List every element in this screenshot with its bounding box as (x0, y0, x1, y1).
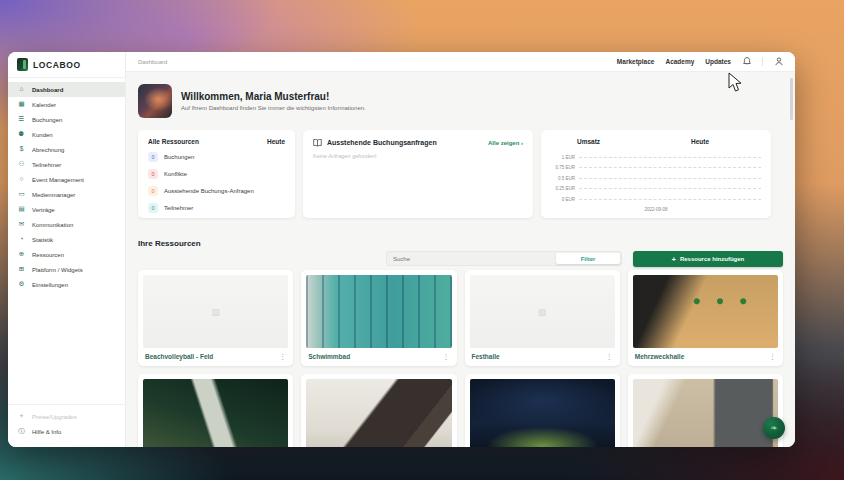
kebab-menu-icon[interactable]: ⋮ (769, 353, 776, 360)
count-badge: 0 (148, 203, 158, 213)
sidebar-item-kunden[interactable]: ⚉ Kunden (8, 127, 125, 142)
count-badge: 0 (148, 186, 158, 196)
y-tick: 0 EUR (551, 197, 579, 202)
sidebar-item-label: Hilfe & Info (32, 429, 61, 435)
topbar-divider (762, 57, 763, 66)
sidebar-item-abrechnung[interactable]: $ Abrechnung (8, 142, 125, 157)
add-resource-label: Ressource hinzufügen (680, 256, 744, 262)
resource-card-festhalle[interactable]: Festhalle ⋮ (465, 270, 620, 366)
sidebar-item-teilnehmer[interactable]: ⚇ Teilnehmer (8, 157, 125, 172)
media-icon: ▭ (17, 191, 26, 198)
search-input[interactable] (387, 256, 537, 262)
sidebar-item-kalender[interactable]: ▦ Kalender (8, 97, 125, 112)
resource-name: Festhalle (472, 353, 500, 360)
statistics-icon: ◔ (17, 236, 26, 243)
scrollbar-thumb[interactable] (790, 78, 793, 120)
chat-fab-button[interactable]: ❧ (763, 417, 785, 439)
sidebar-item-ressourcen[interactable]: ⊕ Ressourcen (8, 247, 125, 262)
welcome-title: Willkommen, Maria Musterfrau! (181, 91, 366, 102)
sidebar-item-plattform-widgets[interactable]: ⊞ Plattform / Widgets (8, 262, 125, 277)
resource-name: Mehrzweckhalle (635, 353, 685, 360)
resource-card[interactable] (138, 374, 293, 447)
sidebar-item-event-management[interactable]: ○ Event Management (8, 172, 125, 187)
sidebar-item-label: Teilnehmer (32, 162, 61, 168)
sidebar-item-buchungen[interactable]: ☰ Buchungen (8, 112, 125, 127)
avatar (138, 84, 172, 118)
resource-card-beachvolleyball[interactable]: Beachvolleyball - Feld ⋮ (138, 270, 293, 366)
sidebar-item-label: Verträge (32, 207, 55, 213)
calendar-icon: ▦ (17, 101, 26, 108)
sidebar-item-label: Dashboard (32, 87, 63, 93)
event-icon: ○ (17, 176, 26, 183)
summary-item-anfragen[interactable]: 0 Ausstehende Buchungs-Anfragen (148, 186, 285, 196)
summary-cards-row: Alle Ressourcen Heute 0 Buchungen 0 Konf… (138, 130, 783, 218)
plus-icon: + (672, 256, 676, 263)
sidebar-item-medienmanager[interactable]: ▭ Medienmanager (8, 187, 125, 202)
breadcrumb: Dashboard (138, 59, 167, 65)
summary-label: Buchungen (164, 154, 194, 160)
widgets-icon: ⊞ (17, 266, 26, 273)
summary-label: Ausstehende Buchungs-Anfragen (164, 188, 254, 194)
chat-icon: ❧ (770, 424, 778, 433)
sidebar-item-vertraege[interactable]: ▤ Verträge (8, 202, 125, 217)
kebab-menu-icon[interactable]: ⋮ (279, 353, 286, 360)
sidebar-item-hilfe-info[interactable]: ⓘ Hilfe & Info (8, 424, 125, 439)
sidebar-item-label: Kunden (32, 132, 53, 138)
sidebar-item-dashboard[interactable]: ⌂ Dashboard (8, 82, 125, 97)
resources-grid-row-2 (138, 374, 783, 447)
resources-controls: Filter + Ressource hinzufügen (138, 251, 783, 267)
kebab-menu-icon[interactable]: ⋮ (443, 353, 450, 360)
card-title: Alle Ressourcen (148, 138, 199, 145)
resource-card[interactable] (301, 374, 456, 447)
y-tick: 0.5 EUR (551, 176, 579, 181)
sidebar-item-label: Abrechnung (32, 147, 64, 153)
sidebar-menu: ⌂ Dashboard ▦ Kalender ☰ Buchungen ⚉ Kun… (8, 78, 125, 292)
resource-card[interactable] (465, 374, 620, 447)
x-tick-date: 2022-09-08 (551, 207, 761, 212)
revenue-card: Umsatz Heute 1 EUR 0.75 EUR 0.5 EUR 0.25… (541, 130, 771, 218)
desktop-background: LOCABOO ⌂ Dashboard ▦ Kalender ☰ Buchung… (0, 0, 844, 480)
resource-card[interactable] (628, 374, 783, 447)
user-icon[interactable] (774, 57, 783, 66)
y-tick: 1 EUR (551, 155, 579, 160)
count-badge: 0 (148, 152, 158, 162)
resource-image-night-garden (143, 379, 288, 447)
resource-image-stadium (470, 379, 615, 447)
summary-item-konflikte[interactable]: 0 Konflikte (148, 169, 285, 179)
summary-label: Konflikte (164, 171, 187, 177)
resource-image-placeholder (143, 275, 288, 348)
updates-link[interactable]: Updates (705, 58, 731, 65)
sidebar-item-label: Preise/Upgrades (32, 414, 77, 420)
customers-icon: ⚉ (17, 131, 26, 138)
add-resource-button[interactable]: + Ressource hinzufügen (633, 251, 783, 267)
show-all-link[interactable]: Alle zeigen › (488, 140, 523, 146)
sidebar-item-label: Einstellungen (32, 282, 68, 288)
resources-section-title: Ihre Ressourcen (138, 239, 783, 248)
resource-image-building (306, 379, 451, 447)
marketplace-link[interactable]: Marketplace (617, 58, 655, 65)
search-box[interactable]: Filter (386, 251, 622, 266)
filter-button[interactable]: Filter (556, 253, 620, 264)
resource-name: Beachvolleyball - Feld (145, 353, 213, 360)
sidebar-item-label: Buchungen (32, 117, 62, 123)
bell-icon[interactable] (742, 57, 751, 66)
sidebar-item-preise-upgrades[interactable]: ✦ Preise/Upgrades (8, 409, 125, 424)
sidebar-item-label: Kommunikation (32, 222, 73, 228)
logo[interactable]: LOCABOO (8, 52, 125, 78)
gridline (579, 199, 761, 200)
resource-card-schwimmbad[interactable]: Schwimmbad ⋮ (301, 270, 456, 366)
summary-item-teilnehmer[interactable]: 0 Teilnehmer (148, 203, 285, 213)
locaboo-logo-icon (17, 58, 28, 71)
kebab-menu-icon[interactable]: ⋮ (606, 353, 613, 360)
resource-image-crate (633, 379, 778, 447)
sidebar-item-kommunikation[interactable]: ✉ Kommunikation (8, 217, 125, 232)
gridline (579, 167, 761, 168)
sidebar-item-label: Event Management (32, 177, 84, 183)
welcome-banner: Willkommen, Maria Musterfrau! Auf Ihrem … (138, 84, 783, 118)
gridline (579, 188, 761, 189)
sidebar-item-einstellungen[interactable]: ⚙ Einstellungen (8, 277, 125, 292)
summary-item-buchungen[interactable]: 0 Buchungen (148, 152, 285, 162)
academy-link[interactable]: Academy (665, 58, 694, 65)
resource-card-mehrzweckhalle[interactable]: Mehrzweckhalle ⋮ (628, 270, 783, 366)
sidebar-item-statistik[interactable]: ◔ Statistik (8, 232, 125, 247)
